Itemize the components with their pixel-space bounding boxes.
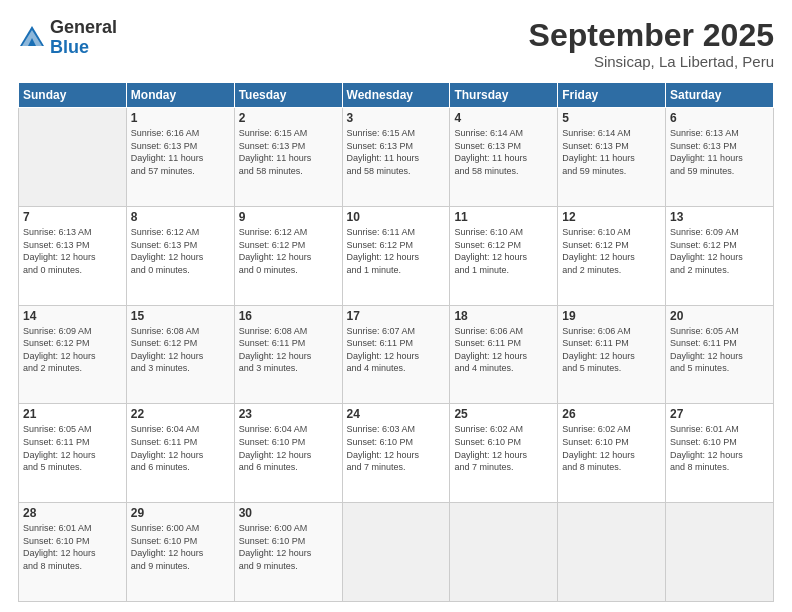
table-row: 15Sunrise: 6:08 AM Sunset: 6:12 PM Dayli…: [126, 305, 234, 404]
table-row: 23Sunrise: 6:04 AM Sunset: 6:10 PM Dayli…: [234, 404, 342, 503]
day-info: Sunrise: 6:14 AM Sunset: 6:13 PM Dayligh…: [454, 127, 553, 177]
day-info: Sunrise: 6:07 AM Sunset: 6:11 PM Dayligh…: [347, 325, 446, 375]
day-number: 5: [562, 111, 661, 125]
day-info: Sunrise: 6:04 AM Sunset: 6:11 PM Dayligh…: [131, 423, 230, 473]
day-info: Sunrise: 6:04 AM Sunset: 6:10 PM Dayligh…: [239, 423, 338, 473]
day-number: 19: [562, 309, 661, 323]
col-saturday: Saturday: [666, 83, 774, 108]
table-row: 19Sunrise: 6:06 AM Sunset: 6:11 PM Dayli…: [558, 305, 666, 404]
table-row: 11Sunrise: 6:10 AM Sunset: 6:12 PM Dayli…: [450, 206, 558, 305]
day-info: Sunrise: 6:12 AM Sunset: 6:12 PM Dayligh…: [239, 226, 338, 276]
day-number: 22: [131, 407, 230, 421]
table-row: 3Sunrise: 6:15 AM Sunset: 6:13 PM Daylig…: [342, 108, 450, 207]
day-info: Sunrise: 6:08 AM Sunset: 6:12 PM Dayligh…: [131, 325, 230, 375]
day-number: 3: [347, 111, 446, 125]
day-info: Sunrise: 6:05 AM Sunset: 6:11 PM Dayligh…: [23, 423, 122, 473]
day-number: 16: [239, 309, 338, 323]
day-info: Sunrise: 6:15 AM Sunset: 6:13 PM Dayligh…: [347, 127, 446, 177]
day-number: 12: [562, 210, 661, 224]
col-sunday: Sunday: [19, 83, 127, 108]
day-number: 17: [347, 309, 446, 323]
calendar-week-row: 1Sunrise: 6:16 AM Sunset: 6:13 PM Daylig…: [19, 108, 774, 207]
day-number: 27: [670, 407, 769, 421]
table-row: 28Sunrise: 6:01 AM Sunset: 6:10 PM Dayli…: [19, 503, 127, 602]
table-row: 26Sunrise: 6:02 AM Sunset: 6:10 PM Dayli…: [558, 404, 666, 503]
table-row: 17Sunrise: 6:07 AM Sunset: 6:11 PM Dayli…: [342, 305, 450, 404]
day-number: 9: [239, 210, 338, 224]
calendar-header-row: Sunday Monday Tuesday Wednesday Thursday…: [19, 83, 774, 108]
day-info: Sunrise: 6:06 AM Sunset: 6:11 PM Dayligh…: [562, 325, 661, 375]
day-info: Sunrise: 6:01 AM Sunset: 6:10 PM Dayligh…: [670, 423, 769, 473]
calendar-week-row: 14Sunrise: 6:09 AM Sunset: 6:12 PM Dayli…: [19, 305, 774, 404]
logo-general-text: General: [50, 18, 117, 38]
logo-text: General Blue: [50, 18, 117, 58]
day-info: Sunrise: 6:10 AM Sunset: 6:12 PM Dayligh…: [562, 226, 661, 276]
table-row: 20Sunrise: 6:05 AM Sunset: 6:11 PM Dayli…: [666, 305, 774, 404]
calendar-table: Sunday Monday Tuesday Wednesday Thursday…: [18, 82, 774, 602]
day-number: 15: [131, 309, 230, 323]
header: General Blue September 2025 Sinsicap, La…: [18, 18, 774, 70]
title-block: September 2025 Sinsicap, La Libertad, Pe…: [529, 18, 774, 70]
day-info: Sunrise: 6:10 AM Sunset: 6:12 PM Dayligh…: [454, 226, 553, 276]
table-row: [450, 503, 558, 602]
day-number: 29: [131, 506, 230, 520]
table-row: 29Sunrise: 6:00 AM Sunset: 6:10 PM Dayli…: [126, 503, 234, 602]
day-number: 24: [347, 407, 446, 421]
day-info: Sunrise: 6:01 AM Sunset: 6:10 PM Dayligh…: [23, 522, 122, 572]
table-row: 10Sunrise: 6:11 AM Sunset: 6:12 PM Dayli…: [342, 206, 450, 305]
day-info: Sunrise: 6:09 AM Sunset: 6:12 PM Dayligh…: [670, 226, 769, 276]
day-info: Sunrise: 6:09 AM Sunset: 6:12 PM Dayligh…: [23, 325, 122, 375]
day-number: 28: [23, 506, 122, 520]
day-info: Sunrise: 6:11 AM Sunset: 6:12 PM Dayligh…: [347, 226, 446, 276]
day-info: Sunrise: 6:16 AM Sunset: 6:13 PM Dayligh…: [131, 127, 230, 177]
logo-blue-text: Blue: [50, 38, 117, 58]
page: General Blue September 2025 Sinsicap, La…: [0, 0, 792, 612]
col-wednesday: Wednesday: [342, 83, 450, 108]
table-row: [666, 503, 774, 602]
day-info: Sunrise: 6:00 AM Sunset: 6:10 PM Dayligh…: [239, 522, 338, 572]
calendar-title: September 2025: [529, 18, 774, 53]
day-info: Sunrise: 6:15 AM Sunset: 6:13 PM Dayligh…: [239, 127, 338, 177]
day-number: 20: [670, 309, 769, 323]
day-number: 18: [454, 309, 553, 323]
day-number: 21: [23, 407, 122, 421]
table-row: 18Sunrise: 6:06 AM Sunset: 6:11 PM Dayli…: [450, 305, 558, 404]
table-row: 27Sunrise: 6:01 AM Sunset: 6:10 PM Dayli…: [666, 404, 774, 503]
day-info: Sunrise: 6:05 AM Sunset: 6:11 PM Dayligh…: [670, 325, 769, 375]
day-number: 13: [670, 210, 769, 224]
table-row: 1Sunrise: 6:16 AM Sunset: 6:13 PM Daylig…: [126, 108, 234, 207]
table-row: 14Sunrise: 6:09 AM Sunset: 6:12 PM Dayli…: [19, 305, 127, 404]
logo-icon: [18, 24, 46, 52]
day-number: 4: [454, 111, 553, 125]
calendar-week-row: 7Sunrise: 6:13 AM Sunset: 6:13 PM Daylig…: [19, 206, 774, 305]
day-info: Sunrise: 6:02 AM Sunset: 6:10 PM Dayligh…: [454, 423, 553, 473]
table-row: 30Sunrise: 6:00 AM Sunset: 6:10 PM Dayli…: [234, 503, 342, 602]
col-tuesday: Tuesday: [234, 83, 342, 108]
table-row: 8Sunrise: 6:12 AM Sunset: 6:13 PM Daylig…: [126, 206, 234, 305]
day-number: 7: [23, 210, 122, 224]
day-number: 2: [239, 111, 338, 125]
table-row: [558, 503, 666, 602]
table-row: [342, 503, 450, 602]
table-row: 9Sunrise: 6:12 AM Sunset: 6:12 PM Daylig…: [234, 206, 342, 305]
day-number: 1: [131, 111, 230, 125]
day-number: 25: [454, 407, 553, 421]
table-row: 25Sunrise: 6:02 AM Sunset: 6:10 PM Dayli…: [450, 404, 558, 503]
day-info: Sunrise: 6:06 AM Sunset: 6:11 PM Dayligh…: [454, 325, 553, 375]
table-row: 7Sunrise: 6:13 AM Sunset: 6:13 PM Daylig…: [19, 206, 127, 305]
day-number: 6: [670, 111, 769, 125]
logo: General Blue: [18, 18, 117, 58]
day-info: Sunrise: 6:13 AM Sunset: 6:13 PM Dayligh…: [670, 127, 769, 177]
day-info: Sunrise: 6:14 AM Sunset: 6:13 PM Dayligh…: [562, 127, 661, 177]
table-row: 6Sunrise: 6:13 AM Sunset: 6:13 PM Daylig…: [666, 108, 774, 207]
day-info: Sunrise: 6:12 AM Sunset: 6:13 PM Dayligh…: [131, 226, 230, 276]
col-monday: Monday: [126, 83, 234, 108]
day-info: Sunrise: 6:13 AM Sunset: 6:13 PM Dayligh…: [23, 226, 122, 276]
day-number: 11: [454, 210, 553, 224]
table-row: 16Sunrise: 6:08 AM Sunset: 6:11 PM Dayli…: [234, 305, 342, 404]
day-number: 8: [131, 210, 230, 224]
table-row: 13Sunrise: 6:09 AM Sunset: 6:12 PM Dayli…: [666, 206, 774, 305]
day-info: Sunrise: 6:03 AM Sunset: 6:10 PM Dayligh…: [347, 423, 446, 473]
day-number: 26: [562, 407, 661, 421]
table-row: 4Sunrise: 6:14 AM Sunset: 6:13 PM Daylig…: [450, 108, 558, 207]
